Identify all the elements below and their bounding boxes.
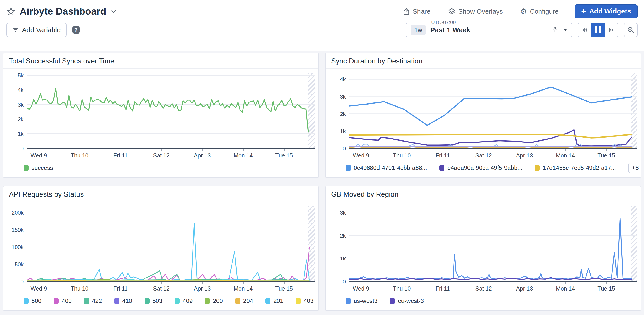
legend-item-422[interactable]: 422 [84,298,102,305]
add-variable-button[interactable]: Add Variable [6,23,67,37]
y-axis-labels: 01k2k3k [330,206,350,282]
legend-color-chip [54,298,59,304]
legend-item-0c49680d-4791-4ebb-a88...[interactable]: 0c49680d-4791-4ebb-a88... [346,164,427,171]
legend-overflow-badge[interactable]: +6 [628,163,641,173]
widget-api-requests: API Requests by Status 050k100k150k200k … [3,186,318,311]
legend-item-e4aea90a-90ca-49f5-9abb...[interactable]: e4aea90a-90ca-49f5-9abb... [440,164,522,171]
y-tick-label: 2k [18,116,24,123]
y-tick-label: 5k [18,72,24,79]
y-tick-label: 50k [14,261,24,268]
x-tick-mark [162,282,162,284]
legend-label: 200 [213,298,223,305]
x-tick-mark [361,282,361,284]
legend-label: e4aea90a-90ca-49f5-9abb... [447,164,522,171]
legend-label: 410 [122,298,132,305]
legend-item-200[interactable]: 200 [205,298,223,305]
legend-label: success [32,164,53,171]
chart-legend: success [8,160,315,176]
legend-item-us-west3[interactable]: us-west3 [346,298,378,305]
y-tick-label: 0 [343,145,346,152]
x-tick-label: Fri 11 [114,152,128,159]
line-chart-api-requests[interactable]: 050k100k150k200k Wed 9Thu 10Fri 11Sat 12… [4,202,318,311]
legend-item-403[interactable]: 403 [296,298,314,305]
y-tick-label: 150k [12,227,24,233]
series-500 [27,224,310,281]
configure-label: Configure [530,8,558,15]
share-icon [402,7,410,15]
plot-area[interactable] [27,73,315,149]
legend-item-409[interactable]: 409 [175,298,192,305]
x-tick-label: Sat 12 [475,152,492,159]
plot-area[interactable] [350,73,638,149]
y-axis-labels: 050k100k150k200k [8,206,27,282]
x-tick-label: Thu 10 [71,285,88,292]
legend-item-500[interactable]: 500 [24,298,41,305]
x-tick-mark [120,282,121,284]
favorite-star-icon[interactable] [6,7,16,16]
share-button[interactable]: Share [401,7,432,15]
y-tick-label: 0 [20,279,24,285]
x-tick-label: Sat 12 [475,285,492,292]
dashboard-grid: Total Successful Syncs over Time 01k2k3k… [0,51,644,311]
legend-item-17d1455c-7ed5-49d2-a17...[interactable]: 17d1455c-7ed5-49d2-a17... [534,164,616,171]
x-tick-label: Apr 13 [516,152,533,159]
legend-label: 17d1455c-7ed5-49d2-a17... [542,164,616,171]
rewind-icon [582,27,588,33]
x-tick-label: Tue 15 [598,152,615,159]
widget-header: API Requests by Status [4,187,318,202]
legend-color-chip [346,165,351,171]
x-axis-labels: Wed 9Thu 10Fri 11Sat 12Apr 13Mon 14Tue 1… [27,282,315,294]
time-dropdown-caret-icon[interactable] [563,28,567,31]
legend-item-400[interactable]: 400 [54,298,72,305]
x-tick-label: Fri 11 [436,285,450,292]
help-icon[interactable]: ? [72,25,80,34]
show-overlays-button[interactable]: Show Overlays [446,7,504,15]
legend-item-eu-west-3[interactable]: eu-west-3 [390,298,424,305]
time-backward-button[interactable] [578,23,592,37]
legend-label: 500 [32,298,41,305]
line-chart-sync-duration[interactable]: 01k2k3k4k Wed 9Thu 10Fri 11Sat 12Apr 13M… [326,69,640,177]
pin-icon[interactable] [552,26,558,33]
series-us-west3 [350,218,632,279]
x-tick-mark [284,149,284,151]
x-tick-mark [402,149,402,151]
add-widgets-button[interactable]: + Add Widgets [574,4,638,18]
legend-item-201[interactable]: 201 [265,298,283,305]
time-range-short: 1w [410,25,426,35]
line-chart-total-syncs[interactable]: 01k2k3k4k5k Wed 9Thu 10Fri 11Sat 12Apr 1… [4,69,318,177]
configure-button[interactable]: ⚙ Configure [519,7,560,15]
x-tick-label: Wed 9 [30,152,47,159]
y-tick-label: 200k [12,210,24,216]
x-tick-label: Tue 15 [275,285,293,292]
legend-label: 400 [62,298,72,305]
legend-item-410[interactable]: 410 [114,298,132,305]
x-tick-mark [443,149,443,151]
x-tick-mark [80,282,80,284]
x-tick-mark [38,149,39,151]
line-chart-gb-moved[interactable]: 01k2k3k Wed 9Thu 10Fri 11Sat 12Apr 13Mon… [326,202,640,311]
pause-button[interactable] [592,23,605,37]
legend-color-chip [346,298,351,304]
zoom-out-button[interactable] [624,22,638,37]
x-tick-label: Mon 14 [234,152,252,159]
x-tick-mark [524,282,525,284]
title-chevron-down-icon[interactable] [110,9,116,13]
layers-icon [448,7,456,15]
legend-item-503[interactable]: 503 [144,298,162,305]
legend-item-success[interactable]: success [24,164,53,171]
time-forward-button[interactable] [605,23,618,37]
time-range-selector[interactable]: UTC-07:00 1w Past 1 Week [406,22,572,37]
plot-area[interactable] [350,206,638,282]
x-axis-labels: Wed 9Thu 10Fri 11Sat 12Apr 13Mon 14Tue 1… [350,282,638,294]
plot-area[interactable] [27,206,315,282]
zoom-out-icon [627,26,634,33]
x-tick-label: Fri 11 [436,152,450,159]
x-tick-mark [80,149,80,151]
legend-item-204[interactable]: 204 [235,298,253,305]
x-tick-label: Wed 9 [353,152,369,159]
fast-forward-icon [608,27,615,33]
x-tick-mark [284,282,284,284]
x-tick-label: Sat 12 [153,152,170,159]
filter-icon [12,27,19,33]
x-axis-labels: Wed 9Thu 10Fri 11Sat 12Apr 13Mon 14Tue 1… [27,149,315,160]
